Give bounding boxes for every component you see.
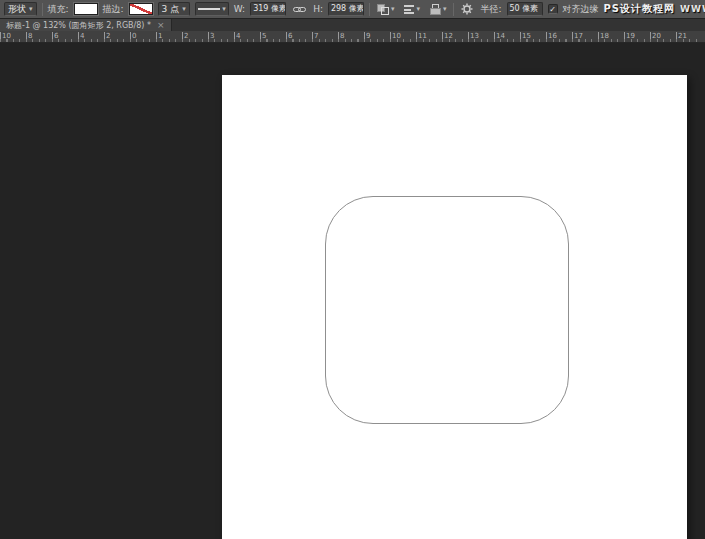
gear-icon[interactable] [459,2,475,17]
ruler-tick-cell: 11 [416,31,442,42]
radius-input[interactable]: 50 像素 [507,2,543,16]
path-arrangement-icon[interactable]: ▾ [427,2,449,17]
ruler-tick-cell: 2 [182,31,208,42]
ruler-number: 8 [340,31,344,41]
ruler-number: 10 [2,31,11,41]
ruler-number: 2 [106,31,110,41]
ruler-number: 11 [418,31,427,41]
ruler-tick-cell: 6 [286,31,312,42]
ruler-tick-cell: 0 [130,31,156,42]
no-color-slash-icon [130,4,152,14]
ruler-number: 9 [366,31,370,41]
ruler-tick-cell: 14 [494,31,520,42]
ruler-tick-cell: 5 [260,31,286,42]
ruler-tick-cell: 9 [364,31,390,42]
fill-label: 填充: [48,3,69,16]
ruler-number: 2 [184,31,188,41]
ruler-number: 18 [600,31,609,41]
chevron-down-icon: ▾ [29,6,33,13]
path-alignment-icon[interactable]: ▾ [401,2,422,17]
document-tab-bar: 标题-1 @ 132% (圆角矩形 2, RGB/8) * × [0,19,705,31]
ruler-number: 15 [522,31,531,41]
ruler-number: 4 [236,31,240,41]
document-canvas[interactable] [222,75,687,539]
width-input[interactable]: 319 像素 [250,2,286,16]
options-separator [369,3,370,16]
ruler-tick-cell: 2 [104,31,130,42]
document-tab-title: 标题-1 @ 132% (圆角矩形 2, RGB/8) * [6,20,151,31]
check-icon: ✓ [549,5,556,14]
stroke-width-select[interactable]: 3 点 ▾ [158,2,190,16]
ruler-number: 0 [132,31,136,41]
align-edges-label: 对齐边缘 [563,3,599,16]
ruler-number: 1 [158,31,162,41]
ruler-number: 6 [54,31,58,41]
options-separator [453,3,454,16]
ruler-tick-cell: 16 [546,31,572,42]
ruler-tick-cell: 10 [390,31,416,42]
document-tab[interactable]: 标题-1 @ 132% (圆角矩形 2, RGB/8) * × [0,19,172,31]
options-separator [42,3,43,16]
align-edges-checkbox[interactable]: ✓ [548,4,558,14]
ruler-number: 6 [288,31,292,41]
ruler-number: 14 [496,31,505,41]
ruler-tick-cell: 13 [468,31,494,42]
tool-options-bar: 形状 ▾ 填充: 描边: 3 点 ▾ ▾ W: 319 像素 H: 298 像素… [0,0,705,19]
path-operations-icon[interactable]: ▾ [375,2,397,17]
chevron-down-icon: ▾ [391,5,395,13]
watermark: PS设计教程网 WWW.MISSYUAN.NET [604,2,705,16]
ruler-number: 3 [210,31,214,41]
ruler-tick-cell: 8 [338,31,364,42]
close-icon[interactable]: × [157,21,165,30]
ruler-number: 10 [392,31,401,41]
ruler-tick-cell: 4 [78,31,104,42]
tool-mode-label: 形状 [8,3,26,16]
ruler-tick-cell: 17 [572,31,598,42]
ruler-number: 17 [574,31,583,41]
link-dimensions-icon[interactable] [291,2,308,17]
watermark-url: WWW.MISSYUAN.NET [680,4,705,14]
ruler-tick-cell: 3 [208,31,234,42]
watermark-site-name: PS设计教程网 [604,2,676,16]
ruler-tick-cell: 15 [520,31,546,42]
ruler-number: 8 [28,31,32,41]
ruler-tick-cell: 6 [52,31,78,42]
chevron-down-icon: ▾ [416,5,420,13]
ruler-tick-cell: 12 [442,31,468,42]
tool-mode-select[interactable]: 形状 ▾ [4,2,37,16]
fill-color-swatch[interactable] [74,3,98,15]
ruler-tick-cell: 20 [650,31,676,42]
ruler-tick-cell: 7 [312,31,338,42]
ruler-number: 7 [314,31,318,41]
width-label: W: [234,4,245,14]
ruler-number: 5 [262,31,266,41]
horizontal-ruler: 1086420123456789101112131415161718192021 [0,31,705,43]
ruler-number: 19 [626,31,635,41]
ruler-tick-cell: 1 [156,31,182,42]
ruler-number: 21 [678,31,687,41]
chevron-down-icon: ▾ [443,5,447,13]
ruler-number: 4 [80,31,84,41]
stroke-label: 描边: [103,3,124,16]
ruler-tick-cell: 8 [26,31,52,42]
height-input[interactable]: 298 像素 [328,2,364,16]
height-label: H: [313,4,323,14]
stroke-line-preview-icon [198,8,220,10]
ruler-number: 13 [470,31,479,41]
ruler-tick-cell: 10 [0,31,26,42]
stroke-style-select[interactable]: ▾ [195,2,229,16]
stroke-color-swatch[interactable] [129,3,153,15]
stroke-width-value: 3 点 [162,3,180,16]
ruler-tick-cell: 21 [676,31,702,42]
canvas-pasteboard[interactable] [0,43,705,539]
ruler-number: 16 [548,31,557,41]
chevron-down-icon: ▾ [222,5,226,13]
ruler-tick-cell: 18 [598,31,624,42]
rounded-rectangle-shape[interactable] [325,196,569,424]
ruler-number: 20 [652,31,661,41]
chevron-down-icon: ▾ [182,6,186,13]
ruler-number: 12 [444,31,453,41]
ruler-tick-cell: 19 [624,31,650,42]
ruler-tick-cell: 4 [234,31,260,42]
radius-label: 半径: [480,3,501,16]
